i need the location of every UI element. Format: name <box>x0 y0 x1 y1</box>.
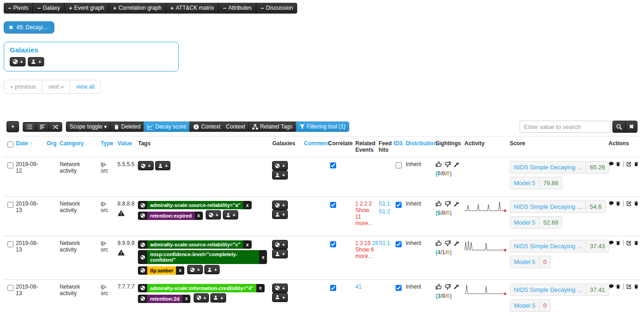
sightings-counts[interactable]: (4/1/0) <box>436 249 461 256</box>
add-tag-button[interactable]: + <box>138 161 153 170</box>
add-tag-button[interactable]: + <box>194 293 209 303</box>
feed-hit-link[interactable]: S1:1 <box>378 200 390 207</box>
comment-icon[interactable] <box>609 284 614 290</box>
tag[interactable]: admiralty-scale:information-credibility=… <box>138 284 264 292</box>
header-comment[interactable]: Comment <box>304 140 330 147</box>
add-local-tag-button[interactable]: + <box>210 293 226 303</box>
related-event-link[interactable]: 1 <box>355 200 358 207</box>
feed-hit-link[interactable]: S1:2 <box>378 208 390 215</box>
delete-icon[interactable] <box>634 161 638 167</box>
close-icon[interactable]: ✖ <box>9 25 13 31</box>
correlation-view-button[interactable] <box>49 122 62 132</box>
add-galaxy-button[interactable]: + <box>272 161 287 170</box>
tag-label[interactable]: admiralty-scale:information-credibility=… <box>147 284 256 292</box>
wrench-icon[interactable] <box>453 284 459 290</box>
delete-icon[interactable] <box>634 240 638 246</box>
related-tags-toggle-button[interactable]: Related Tags <box>248 122 296 132</box>
edit-icon[interactable] <box>626 200 631 206</box>
select-all-checkbox[interactable] <box>7 142 13 148</box>
header-category[interactable]: Category <box>59 140 84 147</box>
tag[interactable]: tlp:amber x <box>138 266 184 275</box>
tab-event-graph[interactable]: +Event graph <box>65 3 109 13</box>
header-value[interactable]: Value <box>117 140 132 147</box>
ids-checkbox[interactable] <box>396 285 402 291</box>
wrench-icon[interactable] <box>453 201 459 207</box>
tag-label[interactable]: tlp:amber <box>147 266 176 275</box>
warning-icon[interactable] <box>117 210 125 216</box>
correlate-checkbox[interactable] <box>330 162 336 168</box>
row-select-checkbox[interactable] <box>7 285 13 291</box>
comment-icon[interactable] <box>609 161 614 167</box>
comment-icon[interactable] <box>609 200 614 206</box>
add-local-galaxy-button[interactable]: + <box>272 293 287 302</box>
header-ids[interactable]: IDS <box>394 140 403 147</box>
add-local-galaxy-button[interactable]: + <box>272 170 287 180</box>
context-toggle-button[interactable]: ContextContext <box>189 122 248 132</box>
previous-page-button[interactable]: « previous <box>4 80 42 94</box>
remove-tag-icon[interactable]: x <box>259 253 267 261</box>
tag-label[interactable]: admiralty-scale:source-reliability="a" <box>147 201 243 209</box>
row-select-checkbox[interactable] <box>7 202 13 208</box>
tag[interactable]: retention:2d x <box>138 295 190 303</box>
show-more-link[interactable]: Show 11 more... <box>355 207 372 226</box>
sightings-counts[interactable]: (5/0/0) <box>436 210 461 216</box>
add-tag-button[interactable]: + <box>206 210 221 219</box>
tag-label[interactable]: retention:expired <box>147 212 195 220</box>
tab-correlation-graph[interactable]: +Correlation graph <box>109 3 166 13</box>
warning-icon[interactable] <box>117 249 125 256</box>
tab-attack-matrix[interactable]: +ATT&CK matrix <box>166 3 219 13</box>
proposals-view-button[interactable] <box>36 122 49 132</box>
delete-icon[interactable] <box>634 284 638 290</box>
soft-delete-icon[interactable] <box>616 200 620 206</box>
add-galaxy-button[interactable]: + <box>272 240 287 249</box>
wrench-icon[interactable] <box>453 161 459 168</box>
related-event-link[interactable]: 41 <box>355 284 361 290</box>
search-input[interactable] <box>520 121 611 133</box>
soft-delete-icon[interactable] <box>616 284 620 290</box>
ids-checkbox[interactable] <box>396 162 402 168</box>
related-event-link[interactable]: 2 <box>364 200 368 207</box>
add-local-galaxy-button[interactable]: + <box>272 210 287 219</box>
remove-tag-icon[interactable]: x <box>243 241 252 249</box>
correlate-checkbox[interactable] <box>330 202 336 208</box>
header-date[interactable]: Date ↑ <box>16 140 32 147</box>
add-local-galaxy-button[interactable]: + <box>28 57 44 66</box>
remove-tag-icon[interactable]: x <box>243 201 252 209</box>
tab-discussion[interactable]: −Discussion <box>256 3 297 13</box>
remove-tag-icon[interactable]: x <box>176 266 184 274</box>
filtering-tool-button[interactable]: Filtering tool (1) <box>296 122 349 132</box>
edit-icon[interactable] <box>626 161 631 167</box>
row-select-checkbox[interactable] <box>7 162 13 168</box>
ids-checkbox[interactable] <box>396 241 402 247</box>
tag[interactable]: misp:confidence-level="completely-confid… <box>138 250 267 264</box>
thumbs-up-icon[interactable] <box>436 161 442 168</box>
add-local-tag-button[interactable]: + <box>223 210 238 219</box>
correlate-checkbox[interactable] <box>330 285 336 291</box>
remove-tag-icon[interactable]: x <box>256 284 265 292</box>
add-local-tag-button[interactable]: + <box>155 161 170 170</box>
add-tag-button[interactable]: + <box>187 265 202 274</box>
add-galaxy-button[interactable]: + <box>10 57 26 66</box>
tag-label[interactable]: retention:2d <box>147 295 182 303</box>
soft-delete-icon[interactable] <box>616 240 620 246</box>
next-page-button[interactable]: next » <box>42 80 70 94</box>
view-all-button[interactable]: view all <box>70 80 101 94</box>
correlate-checkbox[interactable] <box>330 241 336 247</box>
tag[interactable]: admiralty-scale:source-reliability="a" x <box>138 201 251 209</box>
related-event-link[interactable]: 28 <box>372 240 378 246</box>
list-view-button[interactable] <box>23 122 36 132</box>
thumbs-up-icon[interactable] <box>436 284 442 290</box>
scope-toggle-dropdown[interactable]: Scope toggle▾ <box>66 122 110 132</box>
header-distribution[interactable]: Distribution <box>406 140 437 147</box>
sightings-counts[interactable]: (3/0/0) <box>436 293 461 299</box>
add-local-tag-button[interactable]: + <box>204 265 220 274</box>
header-type[interactable]: Type <box>101 140 113 147</box>
show-more-link[interactable]: Show 6 more... <box>355 246 374 259</box>
thumbs-down-icon[interactable] <box>444 200 451 207</box>
tag-label[interactable]: misp:confidence-level="completely-confid… <box>147 250 259 264</box>
tab-galaxy[interactable]: −Galaxy <box>33 3 65 13</box>
soft-delete-icon[interactable] <box>616 161 620 167</box>
ids-checkbox[interactable] <box>396 202 402 208</box>
search-button[interactable] <box>612 121 625 133</box>
feed-hit-link[interactable]: S1:1 <box>378 240 390 246</box>
